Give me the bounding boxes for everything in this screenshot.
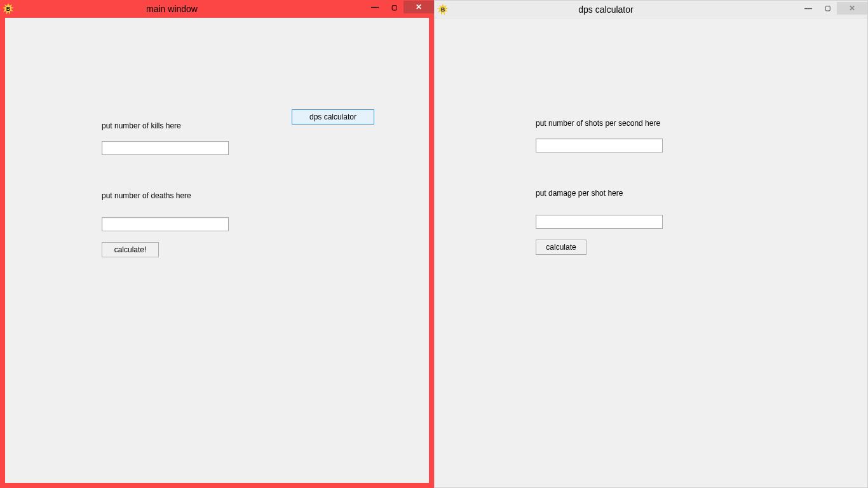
calculate-button[interactable]: calculate!	[102, 242, 159, 257]
damage-label: put damage per shot here	[536, 189, 623, 198]
close-icon: ✕	[849, 4, 855, 13]
minimize-icon: —	[371, 3, 379, 11]
main-window-titlebar[interactable]: B main window — ▢ ✕	[0, 0, 434, 18]
close-button[interactable]: ✕	[837, 2, 867, 15]
svg-text:B: B	[6, 6, 11, 12]
maximize-icon: ▢	[391, 4, 397, 11]
maximize-button[interactable]: ▢	[384, 1, 403, 13]
dps-calculator-button[interactable]: dps calculator	[292, 109, 374, 125]
deaths-label: put number of deaths here	[102, 191, 191, 200]
kills-label: put number of kills here	[102, 121, 181, 130]
shots-label: put number of shots per second here	[536, 119, 660, 128]
dps-window-controls: — ▢ ✕	[799, 1, 867, 15]
dps-window-title: dps calculator	[413, 4, 799, 15]
deaths-input[interactable]	[102, 217, 229, 231]
main-window-title: main window	[0, 4, 365, 14]
damage-input[interactable]	[536, 215, 663, 229]
dps-window-client: put number of shots per second here put …	[435, 18, 867, 487]
dps-window-titlebar[interactable]: B dps calculator — ▢ ✕	[435, 1, 867, 18]
svg-text:B: B	[441, 6, 445, 13]
main-window: B main window — ▢ ✕ put number of kills …	[0, 0, 434, 488]
dps-window: B dps calculator — ▢ ✕ put number of sho…	[434, 0, 868, 488]
minimize-button[interactable]: —	[365, 1, 384, 13]
calculate-button[interactable]: calculate	[536, 240, 587, 255]
minimize-icon: —	[804, 4, 812, 13]
maximize-icon: ▢	[825, 4, 831, 11]
maximize-button[interactable]: ▢	[818, 2, 837, 15]
shots-input[interactable]	[536, 139, 663, 152]
minimize-button[interactable]: —	[799, 2, 818, 15]
main-window-client: put number of kills here dps calculator …	[5, 18, 429, 483]
kills-input[interactable]	[102, 141, 229, 155]
